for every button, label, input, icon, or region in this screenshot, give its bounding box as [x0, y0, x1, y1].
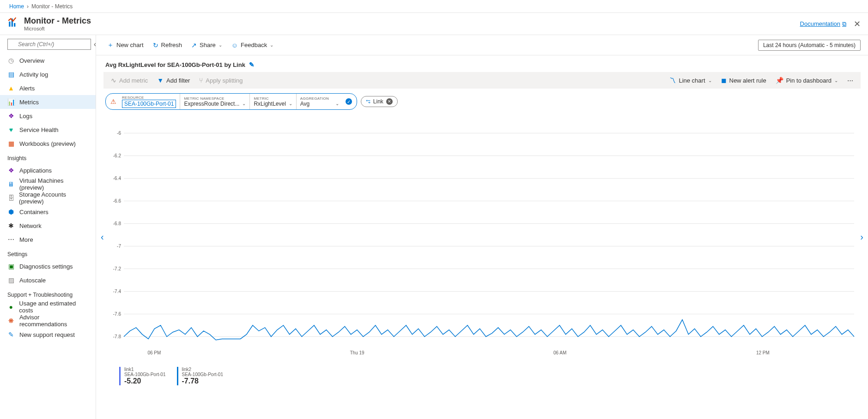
- line-chart-icon: 〽: [669, 77, 676, 84]
- metrics-line-chart[interactable]: -6-6.2-6.4-6.6-6.8-7-7.2-7.4-7.6-7.806 P…: [105, 117, 859, 362]
- split-by-pill[interactable]: ⥃ Link ✕: [361, 96, 398, 107]
- add-metric-button[interactable]: ∿Add metric: [107, 75, 152, 86]
- sidebar-item-service-health[interactable]: ♥Service Health: [0, 123, 96, 137]
- sidebar-item-overview[interactable]: ◷Overview: [0, 54, 96, 67]
- chevron-down-icon: ⌄: [289, 101, 292, 106]
- sidebar-item-alerts[interactable]: ▲Alerts: [0, 81, 96, 95]
- sidebar-item-label: Storage Accounts (preview): [19, 191, 88, 205]
- svg-text:06 AM: 06 AM: [553, 350, 566, 355]
- timerange-button[interactable]: Last 24 hours (Automatic - 5 minutes): [758, 40, 861, 51]
- sidebar-item-icon: ▨: [7, 276, 15, 284]
- documentation-link[interactable]: Documentation ⧉: [800, 20, 846, 28]
- remove-split-icon[interactable]: ✕: [386, 98, 393, 105]
- legend-item-link1[interactable]: link1 SEA-100Gb-Port-01 -5.20: [119, 367, 166, 385]
- sidebar-item-icon: ❖: [7, 167, 15, 174]
- smile-icon: ☺: [231, 42, 238, 49]
- sidebar-item-label: Overview: [19, 57, 44, 64]
- page-subtitle: Microsoft: [24, 26, 91, 31]
- breadcrumb-home-link[interactable]: Home: [9, 3, 24, 10]
- sidebar-item-label: Containers: [19, 209, 49, 215]
- sidebar-item-icon: ⋯: [7, 236, 15, 243]
- close-button[interactable]: ✕: [854, 19, 861, 29]
- sidebar-item-icon: ⬢: [7, 208, 15, 215]
- apply-splitting-button[interactable]: ⑂Apply splitting: [195, 75, 246, 86]
- legend-item-link2[interactable]: link2 SEA-100Gb-Port-01 -7.78: [177, 367, 224, 385]
- sidebar-item-virtual-machines-preview-[interactable]: 🖥Virtual Machines (preview): [0, 177, 96, 191]
- chevron-down-icon: ⌄: [219, 42, 222, 48]
- page-header: Monitor - Metrics Microsoft Documentatio…: [0, 13, 868, 35]
- metric-selector[interactable]: METRIC RxLightLevel⌄: [250, 94, 296, 109]
- sidebar-item-label: Advisor recommendations: [19, 314, 88, 328]
- svg-text:-6.8: -6.8: [113, 221, 121, 226]
- sidebar-item-icon: ▲: [7, 84, 15, 92]
- ellipsis-icon: ⋯: [847, 77, 853, 84]
- chevron-down-icon: ⌄: [834, 78, 838, 83]
- namespace-selector[interactable]: METRIC NAMESPACE ExpressRoute Direct...⌄: [180, 94, 250, 109]
- sidebar-item-icon: ◷: [7, 57, 15, 64]
- sidebar-item-label: More: [19, 236, 33, 243]
- svg-text:-6: -6: [117, 131, 121, 136]
- metric-selector-row: ⚠ RESOURCE SEA-100Gb-Port-01 METRIC NAME…: [96, 89, 868, 114]
- svg-text:-7.4: -7.4: [113, 289, 121, 294]
- svg-text:-7.8: -7.8: [113, 334, 121, 339]
- svg-text:06 PM: 06 PM: [147, 350, 161, 355]
- sidebar-item-icon: ▤: [7, 71, 15, 78]
- sidebar-item-label: Autoscale: [19, 277, 46, 284]
- edit-title-icon[interactable]: ✎: [249, 61, 255, 68]
- sidebar-item-label: Activity log: [19, 71, 48, 78]
- sidebar-search-input[interactable]: [7, 39, 91, 50]
- sidebar-item-more[interactable]: ⋯More: [0, 233, 96, 246]
- refresh-button[interactable]: ↻Refresh: [149, 40, 186, 51]
- sidebar-group-insights: Insights: [0, 150, 96, 163]
- remove-metric-icon[interactable]: ✓: [346, 98, 352, 105]
- sidebar-item-usage-and-estimated-costs[interactable]: ●Usage and estimated costs: [0, 300, 96, 314]
- sidebar-item-advisor-recommendations[interactable]: ❋Advisor recommendations: [0, 314, 96, 328]
- chart-type-button[interactable]: 〽Line chart⌄: [666, 75, 715, 86]
- aggregation-selector[interactable]: AGGREGATION Avg⌄: [297, 94, 343, 109]
- sidebar-item-label: Service Health: [19, 126, 59, 133]
- sidebar-item-label: Logs: [19, 113, 32, 120]
- chart-area: -6-6.2-6.4-6.6-6.8-7-7.2-7.4-7.6-7.806 P…: [96, 114, 868, 419]
- resource-selector[interactable]: RESOURCE SEA-100Gb-Port-01: [118, 94, 180, 109]
- sidebar-item-activity-log[interactable]: ▤Activity log: [0, 67, 96, 81]
- chart-title-text: Avg RxLightLevel for SEA-100Gb-Port-01 b…: [105, 61, 245, 68]
- sidebar-item-label: New support request: [19, 331, 75, 338]
- breadcrumb: Home › Monitor - Metrics: [0, 0, 868, 13]
- sidebar-item-containers[interactable]: ⬢Containers: [0, 205, 96, 219]
- svg-text:-7: -7: [117, 244, 121, 249]
- svg-text:-6.4: -6.4: [113, 176, 121, 181]
- pin-dashboard-button[interactable]: 📌Pin to dashboard⌄: [772, 75, 842, 86]
- monitor-metrics-icon: [7, 17, 19, 31]
- split-arrow-icon: ⥃: [366, 98, 370, 105]
- sidebar-item-icon: 🖥: [7, 180, 15, 188]
- sidebar-item-workbooks-preview-[interactable]: ▦Workbooks (preview): [0, 137, 96, 150]
- main-content: ＋New chart ↻Refresh ↗Share⌄ ☺Feedback⌄ L…: [96, 35, 868, 419]
- share-icon: ↗: [191, 42, 197, 49]
- sidebar-group-support: Support + Troubleshooting: [0, 287, 96, 300]
- sidebar-item-network[interactable]: ✱Network: [0, 219, 96, 233]
- feedback-button[interactable]: ☺Feedback⌄: [228, 40, 277, 51]
- new-chart-button[interactable]: ＋New chart: [103, 39, 147, 51]
- svg-text:-7.6: -7.6: [113, 311, 121, 317]
- main-toolbar: ＋New chart ↻Refresh ↗Share⌄ ☺Feedback⌄ L…: [96, 35, 868, 55]
- sidebar-item-new-support-request[interactable]: ✎New support request: [0, 328, 96, 341]
- sidebar-item-storage-accounts-preview-[interactable]: 🗄Storage Accounts (preview): [0, 191, 96, 205]
- sidebar-item-icon: ❖: [7, 112, 15, 120]
- pin-icon: 📌: [776, 77, 783, 84]
- sidebar-item-applications[interactable]: ❖Applications: [0, 163, 96, 177]
- svg-text:-6.2: -6.2: [113, 153, 121, 158]
- svg-text:Thu 19: Thu 19: [350, 350, 364, 355]
- sidebar-item-label: Network: [19, 222, 42, 229]
- chart-legend: link1 SEA-100Gb-Port-01 -5.20 link2 SEA-…: [105, 367, 859, 385]
- sidebar-item-diagnostics-settings[interactable]: ▣Diagnostics settings: [0, 259, 96, 273]
- sidebar-item-metrics[interactable]: 📊Metrics: [0, 95, 96, 109]
- more-button[interactable]: ⋯: [844, 75, 857, 86]
- add-filter-button[interactable]: ▼Add filter: [153, 75, 194, 86]
- share-button[interactable]: ↗Share⌄: [188, 40, 226, 51]
- sidebar-item-icon: 📊: [7, 98, 15, 106]
- sidebar-item-logs[interactable]: ❖Logs: [0, 109, 96, 123]
- new-alert-button[interactable]: ◼New alert rule: [717, 75, 770, 86]
- alert-icon: ◼: [721, 77, 727, 84]
- sidebar-item-autoscale[interactable]: ▨Autoscale: [0, 273, 96, 287]
- chevron-down-icon: ⌄: [242, 101, 246, 106]
